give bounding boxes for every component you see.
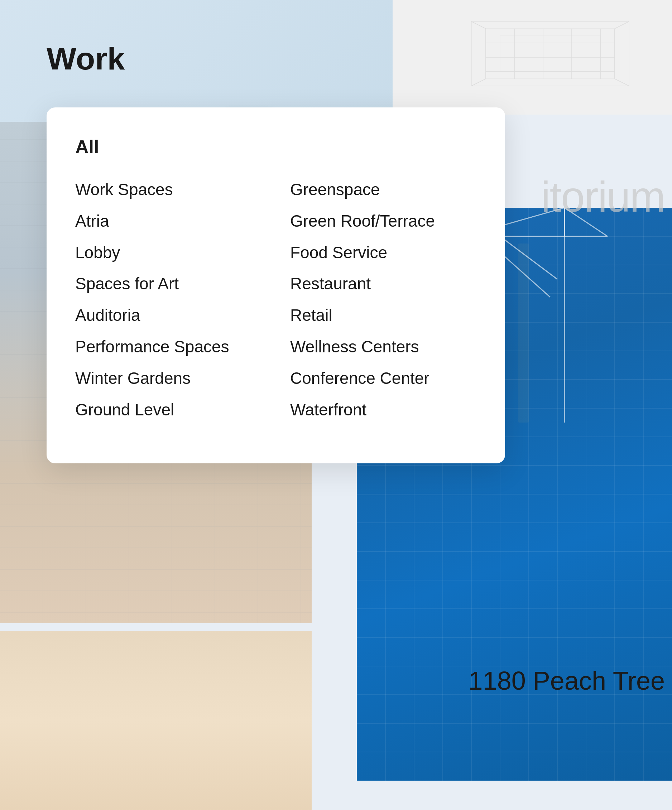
dropdown-item-wellness-centers[interactable]: Wellness Centers — [290, 336, 476, 358]
dropdown-columns: Work Spaces Atria Lobby Spaces for Art A… — [75, 179, 476, 420]
use-dropdown-panel: All Work Spaces Atria Lobby Spaces for A… — [47, 108, 505, 463]
dropdown-item-ground-level[interactable]: Ground Level — [75, 399, 262, 421]
dropdown-col-left: Work Spaces Atria Lobby Spaces for Art A… — [75, 179, 262, 420]
dropdown-item-retail[interactable]: Retail — [290, 305, 476, 326]
dropdown-item-spaces-for-art[interactable]: Spaces for Art — [75, 273, 262, 295]
dropdown-item-waterfront[interactable]: Waterfront — [290, 399, 476, 421]
building-label: 1180 Peach Tree — [469, 666, 665, 695]
dropdown-item-green-roof[interactable]: Green Roof/Terrace — [290, 211, 476, 232]
dropdown-item-lobby[interactable]: Lobby — [75, 242, 262, 263]
dropdown-item-work-spaces[interactable]: Work Spaces — [75, 179, 262, 201]
dropdown-item-conference-center[interactable]: Conference Center — [290, 368, 476, 389]
dropdown-item-performance-spaces[interactable]: Performance Spaces — [75, 336, 262, 358]
dropdown-item-food-service[interactable]: Food Service — [290, 242, 476, 263]
page-title: Work — [47, 43, 636, 74]
dropdown-col-right: Greenspace Green Roof/Terrace Food Servi… — [290, 179, 476, 420]
dropdown-item-auditoria[interactable]: Auditoria — [75, 305, 262, 326]
dropdown-all-option[interactable]: All — [75, 136, 476, 157]
dropdown-item-restaurant[interactable]: Restaurant — [290, 273, 476, 295]
dropdown-item-greenspace[interactable]: Greenspace — [290, 179, 476, 201]
dropdown-item-atria[interactable]: Atria — [75, 211, 262, 232]
dropdown-item-winter-gardens[interactable]: Winter Gardens — [75, 368, 262, 389]
